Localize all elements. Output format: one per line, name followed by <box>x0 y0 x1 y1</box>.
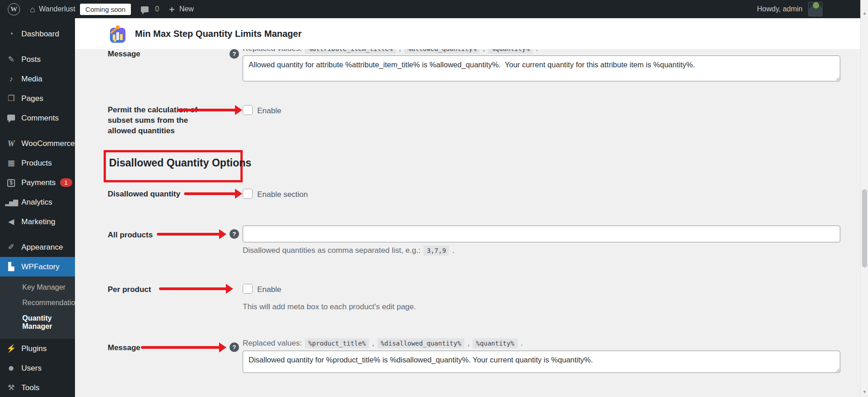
submenu-item-recommendations[interactable]: Recommendations <box>0 295 75 311</box>
message-textarea-attribute[interactable]: Allowed quantity for attribute %attribut… <box>243 55 840 81</box>
sidebar-label: Comments <box>21 114 59 123</box>
sidebar-item-payments[interactable]: $ Payments 1 <box>0 173 75 192</box>
howdy-admin-link[interactable]: Howdy, admin <box>757 5 803 13</box>
sidebar-label: Products <box>21 159 52 168</box>
comments-shortcut[interactable]: 0 <box>136 0 164 18</box>
sidebar-item-tools[interactable]: ⚒ Tools <box>0 378 75 397</box>
field-label-disallowed-quantity: Disallowed quantity <box>108 189 180 199</box>
brush-icon: ✐ <box>5 243 17 251</box>
sidebar-item-marketing[interactable]: ◀ Marketing <box>0 212 75 231</box>
new-content-menu[interactable]: + New <box>164 0 199 18</box>
annotation-arrow <box>159 284 233 294</box>
code-token: %quantity% <box>488 49 533 54</box>
payments-count-badge: 1 <box>60 178 72 187</box>
sidebar-label: Posts <box>21 55 41 64</box>
separator: . <box>521 339 523 348</box>
new-label: New <box>179 5 194 13</box>
megaphone-icon: ◀ <box>5 218 17 226</box>
section-heading-disallowed: Disallowed Quantity Options <box>109 157 251 169</box>
message-textarea-disallowed[interactable]: Disallowed quantity for %product_title% … <box>243 351 840 373</box>
dashboard-icon: ◔ <box>5 30 17 38</box>
user-icon: ☻ <box>5 364 17 372</box>
bar-chart-icon: ▂▅▇ <box>5 199 17 206</box>
annotation-arrow <box>177 105 242 115</box>
sidebar-label: Appearance <box>21 243 63 252</box>
sidebar-label: Marketing <box>21 217 55 226</box>
replaced-values-line-bottom: Replaced values: %product_title% , %disa… <box>243 338 523 348</box>
sidebar-item-products[interactable]: ▦ Products <box>0 153 75 173</box>
scroll-up-icon[interactable]: ▲ <box>861 11 868 15</box>
page-scrollbar[interactable]: ▲ ▼ <box>860 0 868 397</box>
sidebar-item-appearance[interactable]: ✐ Appearance <box>0 237 75 257</box>
sidebar-item-plugins[interactable]: ⚡ Plugins <box>0 339 75 358</box>
replaced-values-prefix: Replaced values: <box>243 49 302 53</box>
media-icon: ♪ <box>5 75 17 83</box>
sidebar-item-pages[interactable]: ❐ Pages <box>0 89 75 108</box>
checkbox-label: Enable section <box>257 190 308 199</box>
help-icon[interactable]: ? <box>229 49 239 59</box>
sidebar-item-media[interactable]: ♪ Media <box>0 69 75 89</box>
plus-icon: + <box>169 5 175 14</box>
field-label-message-bottom: Message <box>108 342 140 353</box>
sidebar-label: Pages <box>21 94 43 103</box>
plugin-header: Min Max Step Quantity Limits Manager <box>75 18 860 49</box>
factory-icon: ▙ <box>5 263 17 271</box>
separator: , <box>468 339 470 348</box>
submenu-item-quantity-manager[interactable]: Quantity Manager <box>0 311 75 334</box>
sidebar-label: Analytics <box>21 198 52 207</box>
wordpress-admin-page: W ⌂ Wanderlust Coming soon 0 + New Howdy… <box>0 0 868 397</box>
all-products-quantities-input[interactable] <box>243 226 840 242</box>
field-label-per-product: Per product <box>108 284 151 295</box>
annotation-arrow <box>141 342 226 352</box>
code-token: %product_title% <box>305 338 369 348</box>
description-text: Disallowed quantities as comma separated… <box>243 246 420 255</box>
annotation-arrow <box>184 189 242 199</box>
site-name-link[interactable]: ⌂ Wanderlust Coming soon <box>25 0 136 18</box>
sidebar-label: WooCommerce <box>21 139 75 148</box>
separator: , <box>372 339 374 348</box>
help-icon[interactable]: ? <box>229 342 239 352</box>
admin-sidebar: ◔ Dashboard ✎ Posts ♪ Media ❐ Pages Comm… <box>0 18 75 397</box>
submenu-item-key-manager[interactable]: Key Manager <box>0 280 75 295</box>
per-product-checkbox[interactable] <box>243 284 253 294</box>
per-product-description: This will add meta box to each product's… <box>243 302 416 312</box>
checkbox-label: Enable <box>257 285 281 294</box>
sidebar-item-wpfactory[interactable]: ▙ WPFactory <box>0 257 75 276</box>
sidebar-label: Users <box>21 364 41 373</box>
separator: . <box>452 246 454 255</box>
payments-card-icon: $ <box>5 178 17 187</box>
checkbox-label: Enable <box>257 106 281 116</box>
pages-icon: ❐ <box>5 95 17 102</box>
tools-wrench-icon: ⚒ <box>5 384 17 392</box>
separator: . <box>536 49 538 53</box>
avatar[interactable] <box>808 2 823 16</box>
code-token: %allowed_quantity% <box>404 49 480 54</box>
code-token: %quantity% <box>473 338 517 348</box>
help-icon[interactable]: ? <box>229 229 239 239</box>
wp-logo-menu[interactable]: W <box>0 0 25 18</box>
sidebar-label: Media <box>21 75 42 84</box>
disallowed-section-checkbox[interactable] <box>243 189 253 199</box>
sidebar-item-analytics[interactable]: ▂▅▇ Analytics <box>0 192 75 212</box>
comment-bubble-icon <box>141 6 149 12</box>
plugin-plug-icon: ⚡ <box>5 345 17 352</box>
all-products-description: Disallowed quantities as comma separated… <box>243 246 454 256</box>
wpfactory-submenu: Key Manager Recommendations Quantity Man… <box>0 276 75 339</box>
separator: , <box>399 49 401 53</box>
sidebar-item-users[interactable]: ☻ Users <box>0 358 75 378</box>
site-name: Wanderlust <box>39 5 75 13</box>
sidebar-item-posts[interactable]: ✎ Posts <box>0 50 75 69</box>
sidebar-item-dashboard[interactable]: ◔ Dashboard <box>0 24 75 44</box>
products-box-icon: ▦ <box>5 159 17 167</box>
scrollbar-thumb[interactable] <box>862 189 867 267</box>
field-label-all-products: All products <box>108 230 153 240</box>
scroll-down-icon[interactable]: ▼ <box>861 390 868 394</box>
description-text: This will add meta box to each product's… <box>243 302 416 312</box>
pin-icon: ✎ <box>5 55 17 63</box>
comments-count: 0 <box>155 5 159 13</box>
sidebar-item-comments[interactable]: Comments <box>0 108 75 128</box>
subset-sums-checkbox[interactable] <box>243 105 253 115</box>
coming-soon-badge: Coming soon <box>80 4 131 15</box>
sidebar-label: Tools <box>21 383 40 392</box>
sidebar-item-woocommerce[interactable]: W WooCommerce <box>0 134 75 153</box>
